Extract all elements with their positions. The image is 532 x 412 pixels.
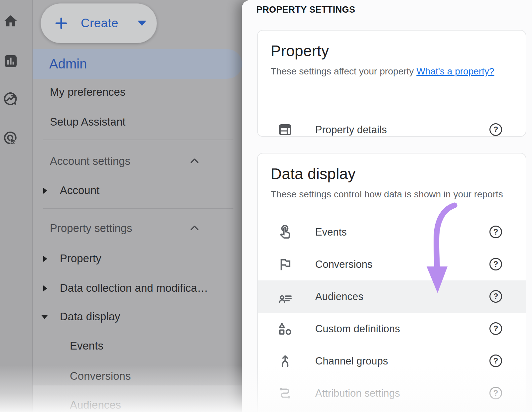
- data-display-card: Data display These settings control how …: [257, 153, 526, 412]
- sidebar-item-conversions[interactable]: Conversions: [33, 368, 242, 384]
- sidebar-item-my-preferences[interactable]: My preferences: [33, 84, 242, 100]
- conversions-row[interactable]: Conversions ?: [258, 248, 526, 280]
- property-details-label: Property details: [315, 114, 387, 146]
- triangle-right-icon: [43, 256, 47, 262]
- sidebar-item-audiences[interactable]: Audiences: [33, 397, 242, 412]
- sidebar-divider: [43, 140, 233, 140]
- audiences-icon: [277, 289, 293, 304]
- data-collection-label: Data collection and modifica…: [60, 280, 208, 296]
- property-card: Property These settings affect your prop…: [257, 30, 526, 137]
- custom-definitions-icon: [277, 321, 293, 337]
- property-settings-header: Property settings: [50, 220, 132, 237]
- help-icon[interactable]: ?: [489, 355, 502, 367]
- audiences-row-label: Audiences: [315, 280, 363, 313]
- conversions-icon: [277, 257, 293, 272]
- property-settings-panel: PROPERTY SETTINGS Property These setting…: [242, 0, 532, 412]
- chevron-up-icon: [190, 158, 199, 163]
- sidebar-item-data-display[interactable]: Data display: [33, 308, 242, 325]
- triangle-right-icon: [43, 188, 47, 194]
- channel-groups-icon: [277, 353, 293, 369]
- events-icon: [277, 224, 293, 240]
- property-label: Property: [60, 250, 101, 267]
- data-display-card-description: These settings control how data is shown…: [271, 186, 503, 203]
- property-details-row[interactable]: Property details ?: [258, 114, 526, 146]
- sidebar-item-account[interactable]: Account: [33, 182, 242, 199]
- advertising-icon[interactable]: [3, 130, 19, 146]
- sidebar-item-setup-assistant[interactable]: Setup Assistant: [33, 114, 242, 130]
- page-title: PROPERTY SETTINGS: [256, 5, 355, 15]
- channel-groups-row[interactable]: Channel groups ?: [258, 345, 526, 377]
- plus-icon: [55, 17, 67, 30]
- help-icon[interactable]: ?: [489, 226, 502, 238]
- help-icon[interactable]: ?: [489, 258, 502, 270]
- account-label: Account: [60, 182, 99, 199]
- my-preferences-label: My preferences: [50, 84, 125, 100]
- events-label: Events: [70, 338, 103, 354]
- conversions-label: Conversions: [70, 368, 131, 384]
- channel-groups-row-label: Channel groups: [315, 345, 388, 377]
- explore-icon[interactable]: [3, 91, 19, 107]
- sidebar-item-admin[interactable]: Admin: [33, 49, 242, 79]
- create-button[interactable]: Create: [41, 3, 157, 43]
- property-card-title: Property: [271, 42, 329, 60]
- help-icon[interactable]: ?: [489, 387, 502, 399]
- property-card-description-text: These settings affect your property: [271, 66, 416, 76]
- sidebar-section-property-settings[interactable]: Property settings: [33, 220, 242, 237]
- account-settings-header: Account settings: [50, 153, 130, 169]
- sidebar-item-events[interactable]: Events: [33, 338, 242, 354]
- audiences-label: Audiences: [70, 397, 121, 412]
- admin-sidebar: Create Admin My preferences Setup Assist…: [33, 0, 242, 412]
- create-button-label: Create: [81, 16, 118, 30]
- triangle-down-icon: [41, 315, 48, 319]
- custom-definitions-row[interactable]: Custom definitions ?: [258, 313, 526, 345]
- attribution-settings-row-label: Attribution settings: [315, 377, 400, 409]
- help-icon[interactable]: ?: [489, 123, 502, 136]
- data-display-label: Data display: [60, 308, 120, 325]
- chevron-up-icon: [190, 225, 199, 231]
- sidebar-divider: [43, 208, 233, 209]
- admin-label: Admin: [49, 49, 87, 79]
- reports-icon[interactable]: [3, 53, 19, 69]
- custom-definitions-row-label: Custom definitions: [315, 313, 400, 345]
- property-card-description: These settings affect your property What…: [271, 63, 503, 80]
- caret-down-icon: [138, 21, 146, 26]
- data-display-card-title: Data display: [271, 165, 356, 183]
- triangle-right-icon: [43, 285, 47, 291]
- attribution-settings-row[interactable]: Attribution settings ?: [258, 377, 526, 409]
- attribution-icon: [277, 385, 293, 401]
- sidebar-item-property[interactable]: Property: [33, 250, 242, 267]
- left-icon-rail: [0, 0, 33, 412]
- setup-assistant-label: Setup Assistant: [50, 114, 125, 130]
- help-icon[interactable]: ?: [489, 290, 502, 303]
- sidebar-item-data-collection[interactable]: Data collection and modifica…: [33, 280, 242, 296]
- events-row-label: Events: [315, 216, 347, 248]
- property-details-icon: [277, 122, 293, 138]
- whats-a-property-link[interactable]: What's a property?: [416, 66, 494, 76]
- home-icon[interactable]: [3, 13, 19, 29]
- audiences-row[interactable]: Audiences ?: [258, 280, 526, 313]
- sidebar-section-account-settings[interactable]: Account settings: [33, 153, 242, 169]
- help-icon[interactable]: ?: [489, 322, 502, 335]
- ga4-admin-screen: Create Admin My preferences Setup Assist…: [0, 0, 532, 412]
- conversions-row-label: Conversions: [315, 248, 372, 280]
- events-row[interactable]: Events ?: [258, 216, 526, 248]
